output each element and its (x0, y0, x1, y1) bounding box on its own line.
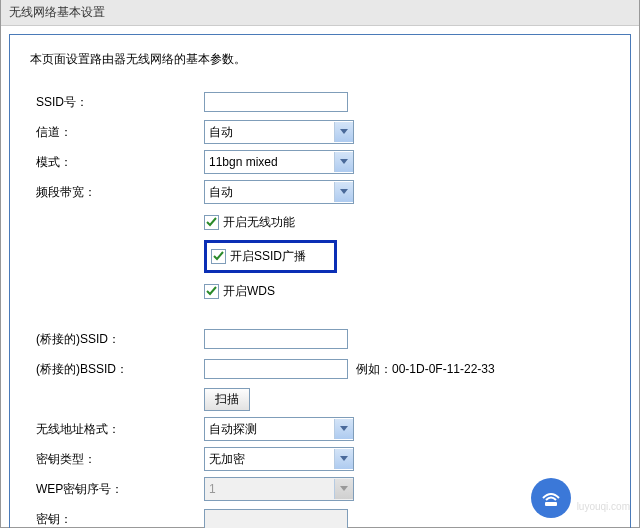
bandwidth-label: 频段带宽： (30, 184, 204, 201)
bridged-ssid-input[interactable] (204, 329, 348, 349)
dropdown-arrow-icon (334, 479, 353, 499)
router-icon (531, 478, 571, 518)
mac-format-value: 自动探测 (209, 421, 257, 438)
key-label: 密钥： (30, 511, 204, 528)
watermark: 路由器 luyouqi.com (531, 478, 630, 518)
dropdown-arrow-icon (334, 449, 353, 469)
settings-panel: 本页面设置路由器无线网络的基本参数。 SSID号： 信道： 自动 模式： 11b… (9, 34, 631, 528)
enable-wireless-checkbox[interactable] (204, 215, 219, 230)
dropdown-arrow-icon (334, 122, 353, 142)
wep-index-select: 1 (204, 477, 354, 501)
bssid-hint: 例如：00-1D-0F-11-22-33 (356, 361, 495, 378)
mode-label: 模式： (30, 154, 204, 171)
ssid-input[interactable] (204, 92, 348, 112)
panel-title: 无线网络基本设置 (1, 0, 639, 26)
enable-ssid-broadcast-checkbox[interactable] (211, 249, 226, 264)
key-type-select[interactable]: 无加密 (204, 447, 354, 471)
channel-value: 自动 (209, 124, 233, 141)
enable-ssid-broadcast-label: 开启SSID广播 (230, 248, 306, 265)
watermark-text: 路由器 luyouqi.com (577, 484, 630, 512)
enable-wds-label: 开启WDS (223, 283, 275, 300)
mode-select[interactable]: 11bgn mixed (204, 150, 354, 174)
channel-label: 信道： (30, 124, 204, 141)
panel-description: 本页面设置路由器无线网络的基本参数。 (30, 51, 610, 68)
mac-format-select[interactable]: 自动探测 (204, 417, 354, 441)
key-type-label: 密钥类型： (30, 451, 204, 468)
scan-button[interactable]: 扫描 (204, 388, 250, 411)
channel-select[interactable]: 自动 (204, 120, 354, 144)
bridged-bssid-input[interactable] (204, 359, 348, 379)
dropdown-arrow-icon (334, 419, 353, 439)
bandwidth-value: 自动 (209, 184, 233, 201)
enable-wds-checkbox[interactable] (204, 284, 219, 299)
ssid-broadcast-highlight: 开启SSID广播 (204, 240, 337, 273)
key-input (204, 509, 348, 528)
dropdown-arrow-icon (334, 182, 353, 202)
mac-format-label: 无线地址格式： (30, 421, 204, 438)
bridged-bssid-label: (桥接的)BSSID： (30, 361, 204, 378)
bridged-ssid-label: (桥接的)SSID： (30, 331, 204, 348)
ssid-label: SSID号： (30, 94, 204, 111)
svg-rect-0 (545, 502, 557, 506)
wep-index-label: WEP密钥序号： (30, 481, 204, 498)
enable-wireless-label: 开启无线功能 (223, 214, 295, 231)
wep-index-value: 1 (209, 482, 216, 496)
key-type-value: 无加密 (209, 451, 245, 468)
dropdown-arrow-icon (334, 152, 353, 172)
mode-value: 11bgn mixed (209, 155, 278, 169)
bandwidth-select[interactable]: 自动 (204, 180, 354, 204)
